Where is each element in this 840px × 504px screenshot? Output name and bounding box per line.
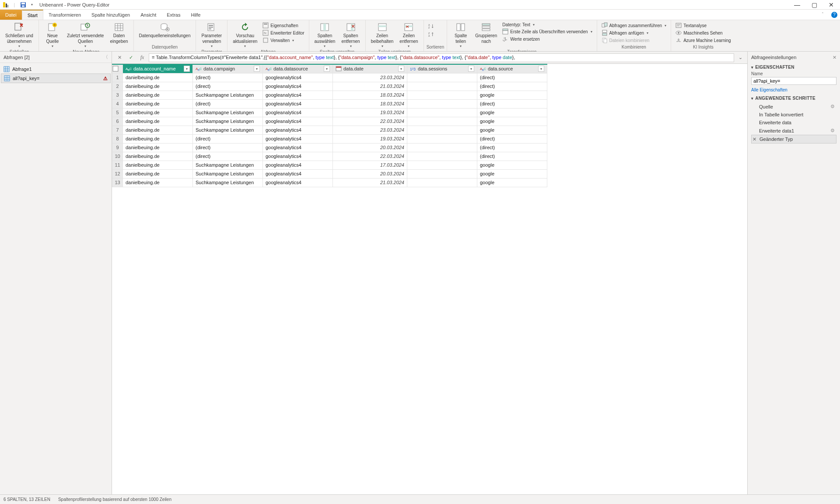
- cell[interactable]: 23.03.2024: [333, 73, 407, 82]
- minimize-button[interactable]: —: [794, 1, 800, 8]
- column-header[interactable]: ABCdata.account_name▾: [123, 64, 193, 73]
- cell[interactable]: Suchkampagne Leistungen: [193, 169, 263, 178]
- cell[interactable]: [407, 178, 477, 187]
- refresh-preview-button[interactable]: Vorschauaktualisieren▾: [230, 21, 260, 49]
- recent-sources-button[interactable]: Zuletzt verwendeteQuellen▾: [64, 21, 107, 49]
- save-icon[interactable]: [19, 1, 27, 9]
- column-header[interactable]: data.date▾: [333, 64, 407, 73]
- query-item[interactable]: Abfrage1: [1, 65, 111, 74]
- formula-expand-icon[interactable]: ⌄: [736, 55, 745, 60]
- cell[interactable]: danielbeuing.de: [123, 152, 193, 161]
- cell[interactable]: (direct): [477, 143, 547, 152]
- cell[interactable]: [407, 73, 477, 82]
- cell[interactable]: 21.03.2024: [333, 82, 407, 91]
- formula-input[interactable]: = Table.TransformColumnTypes(#"Erweitert…: [149, 53, 734, 62]
- cell[interactable]: googleanalytics4: [263, 143, 333, 152]
- cell[interactable]: 22.03.2024: [333, 117, 407, 126]
- cell[interactable]: [407, 143, 477, 152]
- close-button[interactable]: ✕: [829, 1, 834, 8]
- column-header[interactable]: 1²3data.sessions▾: [407, 64, 477, 73]
- cell[interactable]: 18.03.2024: [333, 91, 407, 99]
- cell[interactable]: (direct): [477, 73, 547, 82]
- cell[interactable]: (direct): [477, 134, 547, 143]
- close-apply-button[interactable]: Schließen undübernehmen▾: [3, 21, 36, 49]
- maximize-button[interactable]: ▢: [812, 1, 817, 8]
- combine-files-button[interactable]: Dateien kombinieren: [600, 37, 668, 44]
- formula-commit-button[interactable]: ✓: [126, 53, 136, 62]
- cell[interactable]: google: [477, 178, 547, 187]
- azure-ml-button[interactable]: Azure Machine Learning: [674, 37, 732, 44]
- formula-cancel-button[interactable]: ✕: [115, 53, 124, 62]
- column-filter-icon[interactable]: ▾: [538, 66, 544, 72]
- type-icon[interactable]: ABC: [266, 66, 272, 72]
- cell[interactable]: danielbeuing.de: [123, 108, 193, 117]
- cell[interactable]: googleanalytics4: [263, 161, 333, 169]
- table-row[interactable]: 11danielbeuing.deSuchkampagne Leistungen…: [112, 161, 547, 169]
- column-filter-icon[interactable]: ▾: [468, 66, 474, 72]
- column-filter-icon[interactable]: ▾: [184, 66, 190, 72]
- cell[interactable]: google: [477, 91, 547, 99]
- cell[interactable]: google: [477, 126, 547, 134]
- data-type-button[interactable]: Datentyp: Text▾: [500, 22, 594, 28]
- cell[interactable]: danielbeuing.de: [123, 99, 193, 108]
- all-properties-link[interactable]: Alle Eigenschaften: [751, 88, 788, 92]
- cell[interactable]: googleanalytics4: [263, 178, 333, 187]
- append-queries-button[interactable]: Abfragen anfügen▾: [600, 29, 668, 36]
- cell[interactable]: 22.03.2024: [333, 152, 407, 161]
- merge-queries-button[interactable]: Abfragen zusammenführen▾: [600, 22, 668, 29]
- cell[interactable]: googleanalytics4: [263, 126, 333, 134]
- cell[interactable]: [407, 82, 477, 91]
- cell[interactable]: (direct): [193, 152, 263, 161]
- applied-step[interactable]: ✕Geänderter Typ: [751, 135, 836, 144]
- cell[interactable]: 23.03.2024: [333, 126, 407, 134]
- tab-spalte-hinzufügen[interactable]: Spalte hinzufügen: [86, 10, 135, 20]
- tab-ansicht[interactable]: Ansicht: [135, 10, 161, 20]
- cell[interactable]: danielbeuing.de: [123, 134, 193, 143]
- sort-asc-button[interactable]: AZ: [427, 23, 436, 30]
- cell[interactable]: Suchkampagne Leistungen: [193, 126, 263, 134]
- cell[interactable]: 18.03.2024: [333, 99, 407, 108]
- cell[interactable]: [407, 161, 477, 169]
- tab-extras[interactable]: Extras: [161, 10, 186, 20]
- gear-icon[interactable]: ⚙: [830, 128, 835, 133]
- enter-data-button[interactable]: Dateneingeben: [107, 21, 130, 45]
- select-all-corner[interactable]: [112, 64, 123, 73]
- data-source-settings-button[interactable]: Datenquelleneinstellungen: [136, 21, 193, 39]
- table-row[interactable]: 2danielbeuing.de(direct)googleanalytics4…: [112, 82, 547, 91]
- advanced-editor-button[interactable]: fxErweiterter Editor: [261, 29, 306, 36]
- cell[interactable]: googleanalytics4: [263, 91, 333, 99]
- replace-values-button[interactable]: ½Werte ersetzen: [500, 35, 594, 42]
- applied-step[interactable]: Erweiterte data: [751, 119, 836, 126]
- help-icon[interactable]: ?: [831, 12, 837, 18]
- gear-icon[interactable]: ⚙: [830, 104, 835, 109]
- cell[interactable]: 19.03.2024: [333, 134, 407, 143]
- table-row[interactable]: 6danielbeuing.deSuchkampagne Leistungeng…: [112, 117, 547, 126]
- cell[interactable]: 17.03.2024: [333, 161, 407, 169]
- type-icon[interactable]: 1²3: [410, 66, 416, 72]
- table-row[interactable]: 8danielbeuing.de(direct)googleanalytics4…: [112, 134, 547, 143]
- column-filter-icon[interactable]: ▾: [254, 66, 260, 72]
- cell[interactable]: google: [477, 108, 547, 117]
- type-icon[interactable]: ABC: [196, 66, 202, 72]
- cell[interactable]: googleanalytics4: [263, 134, 333, 143]
- data-grid[interactable]: ABCdata.account_name▾ABCdata.campaign▾AB…: [112, 64, 747, 494]
- group-by-button[interactable]: Gruppierennach: [472, 21, 500, 45]
- ribbon-collapse-icon[interactable]: ˆ: [822, 12, 823, 17]
- cell[interactable]: googleanalytics4: [263, 82, 333, 91]
- cell[interactable]: [407, 117, 477, 126]
- cell[interactable]: [407, 152, 477, 161]
- cell[interactable]: (direct): [193, 134, 263, 143]
- table-row[interactable]: 12danielbeuing.deSuchkampagne Leistungen…: [112, 169, 547, 178]
- table-row[interactable]: 7danielbeuing.deSuchkampagne Leistungeng…: [112, 126, 547, 134]
- use-first-row-headers-button[interactable]: Erste Zeile als Überschriften verwenden▾: [500, 28, 594, 35]
- manage-parameters-button[interactable]: Parameterverwalten▾: [199, 21, 224, 49]
- column-filter-icon[interactable]: ▾: [324, 66, 330, 72]
- cell[interactable]: Suchkampagne Leistungen: [193, 161, 263, 169]
- cell[interactable]: (direct): [193, 73, 263, 82]
- cell[interactable]: [407, 169, 477, 178]
- cell[interactable]: danielbeuing.de: [123, 91, 193, 99]
- cell[interactable]: (direct): [477, 82, 547, 91]
- cell[interactable]: [407, 91, 477, 99]
- cell[interactable]: (direct): [193, 99, 263, 108]
- split-column-button[interactable]: Spalteteilen▾: [450, 21, 472, 49]
